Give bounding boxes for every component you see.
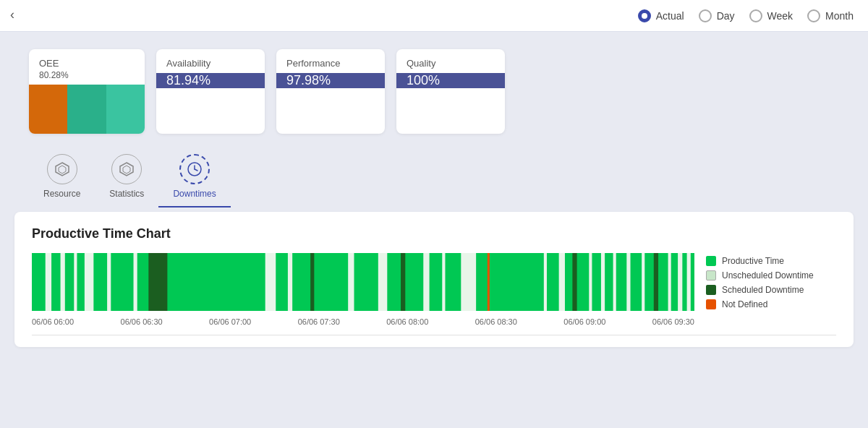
quality-value-bg: 100% [396,73,505,88]
svg-marker-1 [59,166,66,174]
svg-rect-24 [488,253,490,311]
svg-rect-12 [107,253,111,311]
tabs-row: Resource Statistics Downtimes [0,148,868,207]
radio-week[interactable]: Week [749,9,793,22]
time-label-5: 06/06 08:30 [475,317,517,326]
chart-divider [32,335,836,335]
chart-title: Productive Time Chart [32,226,836,241]
svg-rect-11 [85,253,93,311]
radio-actual[interactable]: Actual [638,9,684,22]
svg-rect-17 [310,253,314,311]
chart-section: Productive Time Chart [14,212,854,347]
radio-week-circle [749,9,762,22]
svg-rect-28 [589,253,592,311]
svg-rect-25 [544,253,547,311]
radio-month-label: Month [825,10,854,22]
legend-notdefined: Not Defined [706,299,836,309]
oee-seg-green2 [106,85,145,134]
svg-rect-16 [288,253,292,311]
radio-day-label: Day [717,10,735,22]
legend-productive-label: Productive Time [722,256,784,266]
tab-resource[interactable]: Resource [29,148,95,207]
quality-card-top: Quality [396,49,505,73]
availability-value: 81.94% [166,73,210,88]
time-label-1: 06/06 06:30 [121,317,163,326]
svg-rect-27 [572,253,576,311]
time-label-2: 06/06 07:00 [209,317,251,326]
performance-card-top: Performance [276,49,385,73]
time-label-4: 06/06 08:00 [386,317,428,326]
legend-unscheduled: Unscheduled Downtime [706,270,836,281]
time-label-3: 06/06 07:30 [298,317,340,326]
radio-actual-circle [638,9,651,22]
radio-day-circle [699,9,712,22]
svg-rect-18 [348,253,354,311]
time-label-6: 06/06 09:00 [563,317,605,326]
metrics-row: OEE 80.28% Availability 81.94% [0,32,868,148]
svg-rect-15 [265,253,276,311]
time-filter-group: Actual Day Week Month [638,9,854,22]
svg-rect-9 [61,253,65,311]
legend-scheduled-dot [706,285,716,295]
svg-rect-8 [46,253,51,311]
legend-notdefined-label: Not Defined [722,299,767,309]
legend-unscheduled-dot [706,270,716,281]
oee-card-top: OEE 80.28% [29,49,145,85]
radio-actual-label: Actual [656,10,684,22]
resource-icon [47,154,77,184]
time-label-0: 06/06 06:00 [32,317,74,326]
performance-value-bg: 97.98% [276,73,385,88]
tab-downtimes-label: Downtimes [173,189,216,199]
downtimes-icon [179,154,210,184]
quality-title: Quality [407,58,495,69]
chart-container: 06/06 06:00 06/06 06:30 06/06 07:00 06/0… [32,253,836,326]
svg-rect-22 [442,253,445,311]
radio-month[interactable]: Month [807,9,854,22]
radio-day[interactable]: Day [699,9,735,22]
legend-notdefined-dot [706,299,716,309]
chart-area: 06/06 06:00 06/06 06:30 06/06 07:00 06/0… [32,253,694,326]
legend-unscheduled-label: Unscheduled Downtime [722,270,814,281]
radio-month-circle [807,9,820,22]
svg-rect-32 [642,253,644,311]
svg-rect-10 [74,253,77,311]
oee-title: OEE [39,58,135,69]
availability-title: Availability [166,58,255,69]
svg-rect-34 [668,253,671,311]
svg-rect-19 [378,253,387,311]
svg-rect-29 [601,253,605,311]
availability-value-bg: 81.94% [156,73,265,88]
svg-rect-21 [423,253,429,311]
metric-card-performance: Performance 97.98% [276,49,385,134]
metric-card-availability: Availability 81.94% [156,49,265,134]
gantt-svg [32,253,694,311]
quality-value: 100% [407,73,440,88]
performance-value: 97.98% [286,73,331,88]
svg-rect-36 [687,253,691,311]
tab-resource-label: Resource [43,189,80,199]
svg-rect-13 [134,253,137,311]
metric-card-quality: Quality 100% [396,49,505,134]
performance-title: Performance [286,58,375,69]
oee-seg-green1 [67,85,106,134]
legend-productive-dot [706,256,716,266]
availability-card-top: Availability [156,49,265,73]
svg-rect-31 [626,253,630,311]
svg-rect-30 [613,253,616,311]
statistics-icon [111,154,142,184]
metric-card-oee: OEE 80.28% [29,49,145,134]
svg-rect-35 [678,253,682,311]
tab-downtimes[interactable]: Downtimes [158,148,230,207]
oee-bar-container [29,85,145,134]
svg-rect-33 [654,253,658,311]
svg-rect-20 [401,253,405,311]
tab-statistics[interactable]: Statistics [95,148,158,207]
legend-scheduled-label: Scheduled Downtime [722,285,804,295]
chart-time-labels: 06/06 06:00 06/06 06:30 06/06 07:00 06/0… [32,317,694,326]
chart-legend: Productive Time Unscheduled Downtime Sch… [706,253,836,309]
oee-value: 80.28% [39,70,135,80]
svg-rect-14 [148,253,167,311]
svg-rect-26 [559,253,565,311]
svg-rect-7 [32,253,694,311]
back-button[interactable]: ‹ [10,7,14,22]
